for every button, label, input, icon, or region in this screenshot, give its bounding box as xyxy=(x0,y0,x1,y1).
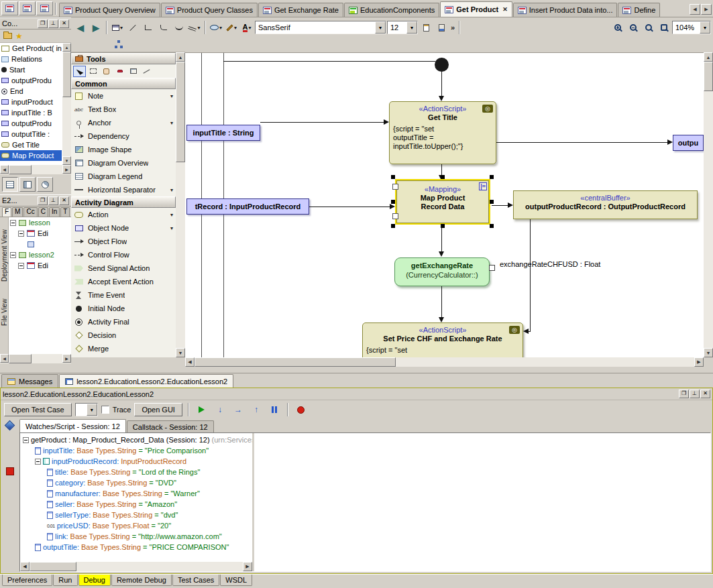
tree-item-edit[interactable]: Edi xyxy=(9,228,71,239)
palette-item-text-box[interactable]: abcText Box xyxy=(71,103,176,116)
explorer-horizontal-scrollbar[interactable]: ◀ ▶ xyxy=(0,354,71,363)
line-rounded-icon[interactable] xyxy=(156,20,171,35)
tree-item-map-product[interactable]: Map Product xyxy=(0,150,62,161)
scrollbar-thumb[interactable] xyxy=(9,354,32,363)
explorer-tab[interactable]: C xyxy=(38,207,48,217)
fit-tool-icon[interactable] xyxy=(127,66,140,77)
float-panel-icon[interactable]: ❐ xyxy=(679,390,689,398)
tree-item-outputtitle[interactable]: outputTitle : xyxy=(0,129,62,139)
control-flow-edge[interactable] xyxy=(441,286,442,318)
link-tool-icon[interactable] xyxy=(140,66,153,77)
font-color-icon[interactable]: A▾ xyxy=(239,20,254,35)
scroll-right-icon[interactable]: ▶ xyxy=(62,165,71,174)
pencil-icon[interactable]: ▾ xyxy=(224,20,239,35)
hand-tool-icon[interactable] xyxy=(100,66,113,77)
tab-callstack[interactable]: Callstack - Session: 12 xyxy=(127,420,214,432)
tree-item-component[interactable] xyxy=(9,239,71,249)
chevron-down-icon[interactable]: ▾ xyxy=(87,404,97,416)
tree-item-relations[interactable]: Relations xyxy=(0,54,62,64)
forward-icon[interactable]: ▶ xyxy=(89,20,103,35)
palette-item-action[interactable]: Action▾ xyxy=(71,208,176,221)
canvas-vertical-scrollbar[interactable]: ▲ ▼ xyxy=(704,52,713,357)
palette-item-initial-node[interactable]: Initial Node xyxy=(71,302,176,315)
line-curve-icon[interactable] xyxy=(172,20,186,35)
tab-remote-debug[interactable]: Remote Debug xyxy=(111,575,172,586)
folder-icon[interactable] xyxy=(3,33,12,39)
smart-manipulator-icon[interactable] xyxy=(392,184,398,190)
action-get-title[interactable]: «ActionScript» Get Title {script = "set … xyxy=(389,101,496,164)
visibility-icon[interactable]: ▾ xyxy=(209,20,223,35)
chevron-down-icon[interactable]: ▾ xyxy=(170,225,173,231)
object-flow-edge[interactable] xyxy=(496,142,668,143)
zoom-select[interactable]: 104%▾ xyxy=(672,21,711,34)
object-node-inputproductrecord[interactable]: tRecord : InputProductRecord xyxy=(186,198,309,215)
tree-item-lesson2[interactable]: lesson2 xyxy=(9,249,71,260)
chevron-down-icon[interactable]: ▾ xyxy=(375,21,386,34)
float-panel-icon[interactable]: ❐ xyxy=(38,196,48,205)
chevron-down-icon[interactable]: ▾ xyxy=(197,25,200,31)
scroll-down-icon[interactable]: ▼ xyxy=(704,348,713,357)
zoom-fit-icon[interactable] xyxy=(657,20,671,35)
close-tab-icon[interactable]: ✕ xyxy=(502,6,508,13)
palette-item-diagram-overview[interactable]: Diagram Overview xyxy=(71,156,176,170)
watch-row[interactable]: manufacturer:Base Types.String= "Warner" xyxy=(20,488,252,499)
scroll-left-icon[interactable]: ◀ xyxy=(0,165,9,174)
collapse-icon[interactable] xyxy=(10,252,16,258)
scroll-right-icon[interactable]: ▶ xyxy=(694,357,704,367)
collapse-icon[interactable] xyxy=(10,220,16,226)
watch-row[interactable]: category:Base Types.String= "DVD" xyxy=(20,477,252,488)
explorer-panel-header[interactable]: E2... ❐ ⊥ ✕ xyxy=(0,194,71,207)
scroll-tabs-right-icon[interactable]: ▶ xyxy=(701,4,712,15)
scroll-right-icon[interactable]: ▶ xyxy=(243,562,252,571)
chevron-down-icon[interactable]: ▾ xyxy=(248,25,251,31)
palette-header-tools[interactable]: Tools xyxy=(71,53,176,64)
tree-item-end[interactable]: End xyxy=(0,86,62,97)
tab-lesson2-session[interactable]: lesson2.EducationLesson2.EducationLesson… xyxy=(59,374,233,388)
chevron-down-icon[interactable]: ▾ xyxy=(406,21,417,34)
scroll-right-icon[interactable]: ▶ xyxy=(62,354,71,363)
chevron-down-icon[interactable]: ▾ xyxy=(700,21,710,34)
scroll-up-icon[interactable]: ▲ xyxy=(62,43,71,52)
palette-item-send-signal[interactable]: Send Signal Action xyxy=(71,261,176,275)
binoculars-icon[interactable] xyxy=(36,1,53,15)
font-size-select[interactable]: 12▾ xyxy=(387,21,418,34)
palette-item-note[interactable]: Note▾ xyxy=(71,89,176,103)
float-panel-icon[interactable]: ❐ xyxy=(38,19,48,28)
object-flow-edge[interactable] xyxy=(492,205,509,206)
tab-product-query-classes[interactable]: Product Query Classes xyxy=(161,3,258,17)
watch-row[interactable]: 0.01priceUSD:Base Types.Float= "20" xyxy=(20,520,252,531)
selection-handle[interactable] xyxy=(391,175,395,179)
tab-define[interactable]: Define xyxy=(618,3,660,17)
collapse-icon[interactable] xyxy=(35,459,41,465)
action-map-product-record-data[interactable]: «Mapping» Map Product Record Data |= xyxy=(396,180,489,223)
palette-item-control-flow[interactable]: Control Flow xyxy=(71,248,176,261)
tab-get-exchange-rate[interactable]: Get Exchange Rate xyxy=(258,3,343,17)
watch-row[interactable]: seller:Base Types.String= "Amazon" xyxy=(20,499,252,510)
control-flow-edge[interactable] xyxy=(223,61,435,62)
tab-product-query-overview[interactable]: Product Query Overview xyxy=(59,3,160,17)
tab-education-components[interactable]: EducationComponents xyxy=(344,3,439,17)
pin-panel-icon[interactable]: ⊥ xyxy=(48,196,58,205)
chevron-down-icon[interactable]: ▾ xyxy=(234,25,237,31)
palette-header-common[interactable]: Common xyxy=(71,78,176,89)
collapse-icon[interactable] xyxy=(18,263,24,269)
selection-handle[interactable] xyxy=(490,200,494,204)
chevron-down-icon[interactable]: ▾ xyxy=(170,120,173,126)
watch-row[interactable]: sellerType:Base Types.String= "dvd" xyxy=(20,510,252,520)
watch-row[interactable]: link:Base Types.String= "http://www.amaz… xyxy=(20,531,252,542)
watch-row[interactable]: inputProductRecord:InputProductRecord xyxy=(20,456,252,467)
pin-panel-icon[interactable]: ⊥ xyxy=(690,390,700,398)
scrollbar-thumb[interactable] xyxy=(30,562,76,571)
tree-item-get-title[interactable]: Get Title xyxy=(0,139,62,150)
diagram-list-icon[interactable] xyxy=(19,1,36,15)
star-icon[interactable]: ★ xyxy=(15,32,23,40)
align-shapes-icon[interactable]: ▾ xyxy=(110,20,125,35)
smart-manipulator-icon[interactable] xyxy=(392,213,398,219)
tree-item-inputproduct[interactable]: inputProduct xyxy=(0,97,62,107)
step-return-icon[interactable]: ↑ xyxy=(249,402,264,417)
tree-item-start[interactable]: Start xyxy=(0,64,62,75)
palette-header-activity[interactable]: Activity Diagram xyxy=(71,196,176,208)
scroll-down-icon[interactable]: ▼ xyxy=(62,156,71,165)
tree-item-outputproduct[interactable]: outputProdu xyxy=(0,75,62,86)
pin-panel-icon[interactable]: ⊥ xyxy=(48,19,58,28)
